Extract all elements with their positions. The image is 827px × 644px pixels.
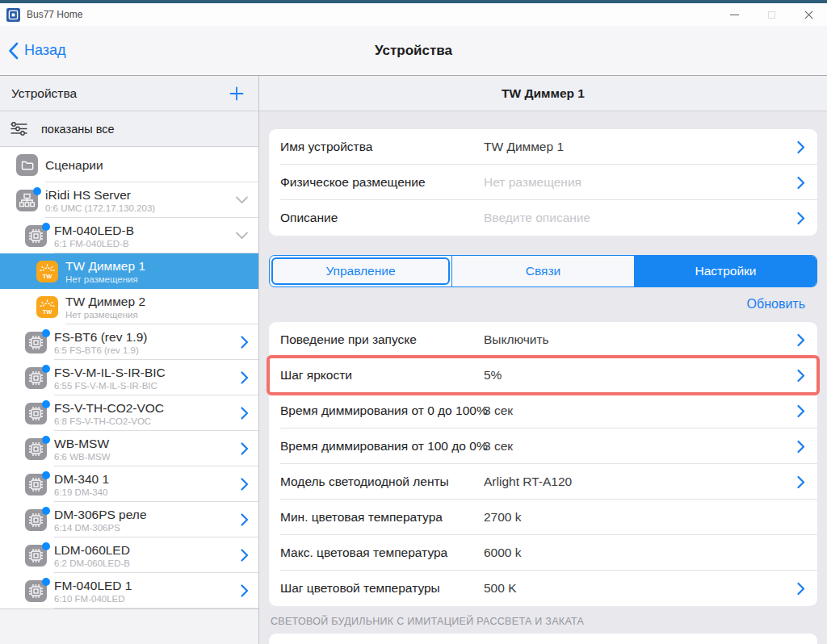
chevron-right-icon [241,584,249,598]
tw-dimmer-icon: TW [36,261,58,282]
devices-sidebar: Устройства показаны все [0,76,259,644]
chevron-right-icon [797,475,806,489]
settings-row[interactable]: Поведение при запускеВыключить [269,322,817,358]
row-label: Поведение при запуске [280,332,484,347]
item-text: LDM-060LED6:2 DM-060LED-B [54,542,130,569]
row-placeholder-value: Нет размещения [484,175,791,190]
sidebar-item[interactable]: FM-040LED 16:10 FM-040LED [0,573,258,608]
settings-row[interactable]: ОписаниеВведите описание [269,200,817,236]
row-value: 6000 k [484,546,791,560]
status-dot [42,507,50,515]
row-value: Выключить [484,332,791,347]
chevron-right-icon [241,549,249,562]
chevron-right-icon [797,176,806,190]
status-dot [42,542,50,550]
sidebar-header: Устройства [0,76,258,111]
minimize-button[interactable] [716,3,753,26]
item-subtitle: 6:55 FS-V-M-IL-S-IR-BIC [54,380,166,391]
sidebar-item[interactable]: iRidi HS Server0:6 UMC (172.17.130.203) [0,182,258,218]
alarm-card-partial [269,634,817,644]
tab-links[interactable]: Связи [451,256,634,286]
row-value: 3 сек [484,404,791,418]
settings-row[interactable]: Время диммирования от 0 до 100%3 сек [269,393,817,429]
chevron-right-icon [797,582,806,596]
row-value: 3 сек [484,439,791,454]
row-label: Мин. цветовая температура [280,510,484,525]
sidebar-item[interactable]: FS-V-TH-CO2-VOC6:8 FS-V-TH-CO2-VOC [0,395,258,431]
sidebar-item[interactable]: Сценарии [0,147,258,182]
row-label: Физическое размещение [280,175,484,190]
chip-icon [25,580,47,602]
chevron-right-icon [797,404,806,418]
settings-row[interactable]: Макс. цветовая температура6000 k [269,535,817,571]
row-label: Имя устройства [280,140,484,154]
device-title: TW Диммер 1 [502,86,585,101]
row-value: Arlight RT-A120 [484,475,791,489]
item-title: FS-BT6 (rev 1.9) [54,329,147,345]
plus-icon [229,86,245,102]
status-dot [42,223,50,231]
back-button[interactable]: Назад [8,26,66,75]
status-dot [42,578,50,586]
settings-row[interactable]: Шаг цветовой температуры500 K [269,571,817,606]
server-icon [16,190,38,211]
filter-row[interactable]: показаны все [0,111,258,147]
item-title: iRidi HS Server [45,187,155,203]
app-logo-icon [6,8,20,22]
settings-row[interactable]: Модель светодиодной лентыArlight RT-A120 [269,464,817,500]
folder-icon [16,154,38,176]
sidebar-item[interactable]: FM-040LED-B6:1 FM-040LED-B [0,218,258,253]
sidebar-item[interactable]: FS-BT6 (rev 1.9)6:5 FS-BT6 (rev 1.9) [0,324,258,360]
svg-text:TW: TW [43,272,53,279]
maximize-button[interactable] [753,3,790,26]
close-button[interactable] [790,3,827,26]
chevron-down-icon [235,232,249,240]
tab-control[interactable]: Управление [270,256,451,286]
sidebar-item[interactable]: DM-340 16:19 DM-340 [0,466,258,502]
sidebar-item[interactable]: WB-MSW6:6 WB-MSW [0,431,258,466]
window-title: Bus77 Home [27,9,716,20]
settings-row[interactable]: Физическое размещениеНет размещения [269,165,817,200]
item-subtitle: 6:1 FM-040LED-B [54,238,134,249]
item-subtitle: 6:6 WB-MSW [54,451,111,462]
sidebar-item[interactable]: TWTW Диммер 2Нет размещения [0,289,258,324]
chevron-right-icon [797,440,806,454]
item-subtitle: Нет размещения [65,309,145,320]
navigation-bar: Назад Устройства [0,26,827,76]
item-title: FM-040LED-B [54,223,134,238]
sidebar-item[interactable]: FS-V-M-IL-S-IR-BIC6:55 FS-V-M-IL-S-IR-BI… [0,360,258,395]
add-device-button[interactable] [226,83,247,104]
chip-icon [25,438,47,460]
sidebar-item[interactable]: DM-306PS реле6:14 DM-306PS [0,502,258,537]
row-placeholder-value: Введите описание [484,211,791,225]
section-header: СВЕТОВОЙ БУДИЛЬНИК С ИМИТАЦИЕЙ РАССВЕТА … [271,616,817,634]
sidebar-item[interactable]: TWTW Диммер 1Нет размещения [0,253,258,289]
item-text: FS-V-TH-CO2-VOC6:8 FS-V-TH-CO2-VOC [54,400,164,427]
sidebar-item[interactable]: LDM-060LED6:2 DM-060LED-B [0,537,258,573]
item-title: FS-V-TH-CO2-VOC [54,400,164,416]
item-text: DM-340 16:19 DM-340 [54,471,109,498]
item-subtitle: 6:2 DM-060LED-B [54,558,130,569]
settings-row[interactable]: Мин. цветовая температура2700 k [269,500,817,535]
settings-row[interactable]: Шаг яркости5% [269,358,817,393]
minimize-icon [730,15,739,15]
chip-icon [25,545,47,567]
item-text: FS-V-M-IL-S-IR-BIC6:55 FS-V-M-IL-S-IR-BI… [54,365,166,391]
row-value: 2700 k [484,510,791,525]
app-window: Bus77 Home Назад Устройства Устройства [0,0,827,644]
sidebar-title: Устройства [11,86,77,101]
chevron-right-icon [241,478,249,491]
chevron-down-icon [235,196,249,205]
tab-settings[interactable]: Настройки [634,256,817,286]
update-link[interactable]: Обновить [747,297,805,315]
maximize-icon [768,11,775,19]
settings-row[interactable]: Имя устройстваTW Диммер 1 [269,129,817,165]
item-title: FS-V-M-IL-S-IR-BIC [54,365,166,380]
chip-icon [25,367,47,389]
status-dot [33,187,41,195]
status-dot [42,365,50,373]
row-label: Шаг яркости [280,368,484,383]
item-title: DM-306PS реле [54,507,147,522]
row-label: Время диммирования от 0 до 100% [280,404,484,418]
settings-row[interactable]: Время диммирования от 100 до 0%3 сек [269,429,817,464]
